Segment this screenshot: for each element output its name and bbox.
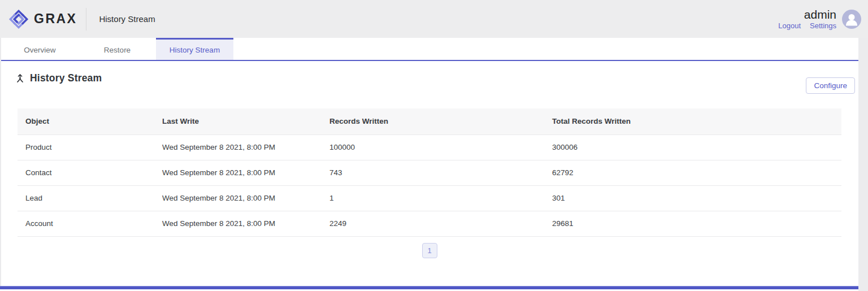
tab-bar: OverviewRestoreHistory Stream [0, 38, 868, 61]
user-block: admin Logout Settings [778, 8, 836, 30]
tab-restore[interactable]: Restore [79, 38, 156, 60]
table-cell: Wed September 8 2021, 8:00 PM [154, 160, 322, 185]
column-header-total-records-written: Total Records Written [544, 108, 841, 134]
app-header: GRAX History Stream admin Logout Setting… [0, 0, 868, 38]
merge-arrow-icon [15, 73, 25, 83]
grax-logo-icon [8, 8, 29, 30]
column-header-last-write: Last Write [154, 108, 322, 134]
tab-overview[interactable]: Overview [1, 38, 79, 60]
page-title: History Stream [30, 72, 102, 84]
table-cell: 743 [322, 160, 544, 185]
table-cell: Product [18, 134, 154, 160]
bottom-accent-bar [0, 286, 858, 289]
window-left-edge [0, 38, 1, 286]
table-header-row: ObjectLast WriteRecords WrittenTotal Rec… [18, 108, 841, 134]
table-cell: Contact [18, 160, 154, 185]
table-row: ContactWed September 8 2021, 8:00 PM7436… [18, 160, 841, 185]
brand-text: GRAX [34, 11, 77, 27]
history-stream-table: ObjectLast WriteRecords WrittenTotal Rec… [18, 108, 841, 237]
table-cell: 300006 [544, 134, 841, 160]
column-header-object: Object [18, 108, 154, 134]
table-cell: 100000 [322, 134, 544, 160]
scrollbar[interactable] [858, 38, 868, 291]
configure-button[interactable]: Configure [806, 77, 855, 94]
table-cell: Lead [18, 185, 154, 211]
table-row: LeadWed September 8 2021, 8:00 PM1301 [18, 185, 841, 211]
table-cell: Wed September 8 2021, 8:00 PM [154, 185, 322, 211]
logout-link[interactable]: Logout [778, 21, 801, 30]
table-row: ProductWed September 8 2021, 8:00 PM1000… [18, 134, 841, 160]
page-title-row: History Stream [15, 72, 841, 84]
table-cell: 301 [544, 185, 841, 211]
header-app-title: History Stream [99, 14, 155, 24]
header-divider [86, 8, 86, 31]
avatar[interactable] [842, 10, 861, 29]
page-1-button[interactable]: 1 [422, 243, 437, 258]
main-content: History Stream Configure ObjectLast Writ… [0, 72, 868, 258]
settings-link[interactable]: Settings [810, 21, 836, 30]
table-cell: 1 [322, 185, 544, 211]
table-row: AccountWed September 8 2021, 8:00 PM2249… [18, 211, 841, 236]
table-cell: Wed September 8 2021, 8:00 PM [154, 211, 322, 236]
person-icon [842, 10, 861, 29]
table-cell: 29681 [544, 211, 841, 236]
grax-logo: GRAX [8, 8, 77, 30]
tab-history-stream[interactable]: History Stream [156, 38, 233, 60]
pagination: 1 [18, 243, 841, 258]
table-cell: Account [18, 211, 154, 236]
table-cell: 62792 [544, 160, 841, 185]
column-header-records-written: Records Written [322, 108, 544, 134]
table-cell: Wed September 8 2021, 8:00 PM [154, 134, 322, 160]
table-cell: 2249 [322, 211, 544, 236]
username: admin [778, 8, 836, 21]
